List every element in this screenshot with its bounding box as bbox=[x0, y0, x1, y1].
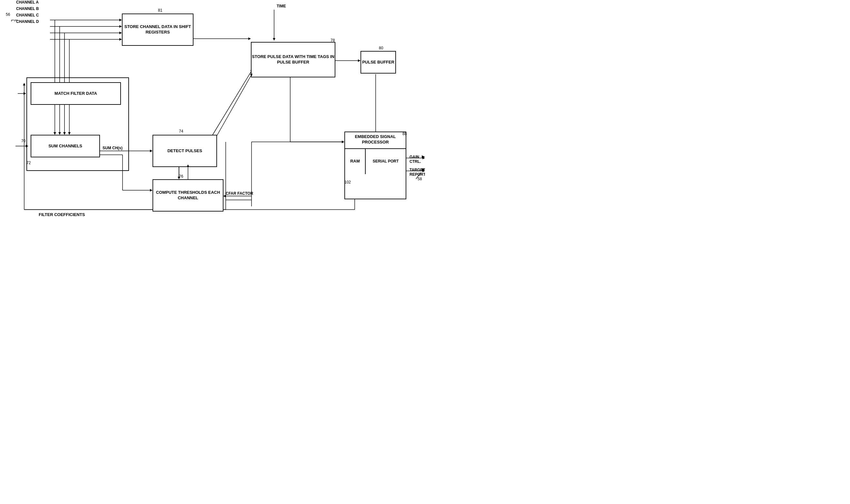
embedded-signal-processor-box: EMBEDDED SIGNAL PROCESSOR RAM SERIAL POR… bbox=[344, 131, 406, 199]
ref-56-label: 56 bbox=[6, 12, 10, 17]
filter-coefficients-label: FILTER COEFFICIENTS bbox=[39, 212, 85, 217]
ref-81-label: 81 bbox=[158, 8, 162, 13]
match-filter-box: MATCH FILTER DATA bbox=[31, 82, 121, 105]
svg-marker-55 bbox=[23, 92, 26, 95]
detect-pulses-box: DETECT PULSES bbox=[152, 135, 217, 167]
gain-ctrl-label: GAIN CTRL. bbox=[410, 155, 425, 164]
ram-label: RAM bbox=[345, 149, 366, 174]
compute-thresholds-box: COMPUTE THRESHOLDS EACH CHANNEL bbox=[152, 179, 223, 212]
pulse-buffer-box: PULSE BUFFER bbox=[361, 51, 396, 73]
channel-c-label: CHANNEL C bbox=[16, 13, 39, 17]
sum-channels-box: SUM CHANNELS bbox=[31, 135, 100, 157]
svg-marker-1 bbox=[119, 19, 122, 21]
channel-a-label: CHANNEL A bbox=[16, 0, 39, 4]
serial-port-label: SERIAL PORT bbox=[366, 149, 406, 174]
svg-line-67 bbox=[217, 76, 251, 136]
sum-chs-label: SUM CH(s) bbox=[103, 146, 123, 150]
diagram: 56 ⌐⌐ CHANNEL A CHANNEL B CHANNEL C CHAN… bbox=[0, 0, 425, 252]
svg-marker-47 bbox=[223, 195, 226, 197]
svg-marker-36 bbox=[150, 150, 152, 152]
ref-72-label: 72 bbox=[26, 161, 31, 165]
ref-74-label: 74 bbox=[179, 129, 183, 133]
ref-88-label: 88 bbox=[402, 131, 406, 136]
ref-102-label: 102 bbox=[344, 180, 351, 184]
svg-marker-21 bbox=[358, 59, 361, 62]
svg-marker-7 bbox=[119, 38, 122, 41]
ref-58-label: 58 bbox=[418, 177, 422, 181]
svg-marker-3 bbox=[119, 25, 122, 28]
cfar-factor-label: CFAR FACTOR bbox=[226, 191, 253, 196]
svg-marker-19 bbox=[273, 38, 275, 41]
svg-marker-40 bbox=[150, 189, 152, 192]
embedded-label: EMBEDDED SIGNAL PROCESSOR bbox=[345, 132, 406, 147]
ref-78-label: 78 bbox=[330, 38, 335, 42]
svg-marker-57 bbox=[23, 83, 25, 86]
time-label: TIME bbox=[277, 4, 286, 8]
svg-marker-17 bbox=[248, 37, 251, 40]
channel-d-label: CHANNEL D bbox=[16, 19, 39, 24]
store-pulse-data-box: STORE PULSE DATA WITH TIME TAGS IN PULSE… bbox=[251, 42, 336, 77]
ref-80-label: 80 bbox=[379, 46, 383, 50]
channel-b-label: CHANNEL B bbox=[16, 6, 39, 11]
target-report-label: TARGET REPORT bbox=[410, 168, 425, 177]
svg-marker-24 bbox=[342, 141, 344, 143]
svg-marker-5 bbox=[119, 32, 122, 34]
svg-line-41 bbox=[206, 71, 252, 145]
ref-76-label: 76 bbox=[179, 174, 183, 179]
store-shift-registers-box: STORE CHANNEL DATA IN SHIFT REGISTERS bbox=[122, 14, 194, 46]
ref-70-label: 70 bbox=[21, 139, 25, 143]
